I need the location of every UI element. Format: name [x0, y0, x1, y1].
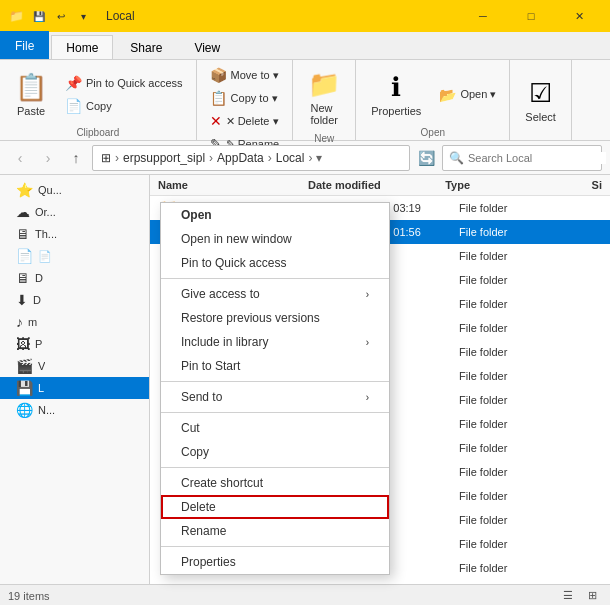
tab-home[interactable]: Home — [51, 35, 113, 59]
ctx-delete[interactable]: Delete — [161, 495, 389, 519]
ribbon-group-organize: 📦 Move to ▾ 📋 Copy to ▾ ✕ ✕ Delete ▾ ✎ ✎… — [197, 60, 294, 140]
sidebar-item-onedrive[interactable]: ☁ Or... — [0, 201, 149, 223]
open-ribbon-button[interactable]: 📂 Open ▾ — [432, 84, 503, 106]
forward-button[interactable]: › — [36, 146, 60, 170]
ctx-open[interactable]: Open — [161, 203, 389, 227]
select-label: Select — [525, 111, 556, 123]
sidebar-label-music: m — [28, 316, 37, 328]
ctx-pin-quick[interactable]: Pin to Quick access — [161, 251, 389, 275]
sidebar-label-desktop: D — [35, 272, 43, 284]
path-sep-1: › — [115, 151, 119, 165]
file-type-gramma: File folder — [459, 322, 548, 334]
sidebar-item-videos[interactable]: 🎬 V — [0, 355, 149, 377]
details-view-button[interactable]: ⊞ — [582, 587, 602, 605]
path-root[interactable]: ⊞ — [101, 151, 111, 165]
new-folder-label: Newfolder — [310, 102, 338, 126]
ctx-cut[interactable]: Cut — [161, 416, 389, 440]
close-button[interactable]: ✕ — [556, 0, 602, 32]
sidebar-item-doc[interactable]: 📄 📄 — [0, 245, 149, 267]
path-erp[interactable]: erpsupport_sipl — [123, 151, 205, 165]
qa-save-btn[interactable]: 💾 — [30, 7, 48, 25]
tab-file[interactable]: File — [0, 31, 49, 59]
file-type-eqsoft: File folder — [459, 250, 548, 262]
open-body: ℹ Properties 📂 Open ▾ — [362, 64, 503, 125]
ctx-pin-start[interactable]: Pin to Start — [161, 354, 389, 378]
pin-quick-access-button[interactable]: 📌 Pin to Quick access — [58, 72, 190, 94]
move-label: Move to ▾ — [231, 69, 279, 82]
ctx-properties[interactable]: Properties — [161, 550, 389, 574]
back-button[interactable]: ‹ — [8, 146, 32, 170]
file-type-mbam: File folder — [459, 394, 548, 406]
status-right: ☰ ⊞ — [558, 587, 602, 605]
path-dropdown[interactable]: ▾ — [316, 151, 322, 165]
col-header-name[interactable]: Name — [158, 179, 308, 191]
ctx-rename-label: Rename — [181, 524, 226, 538]
list-view-button[interactable]: ☰ — [558, 587, 578, 605]
copy-to-button[interactable]: 📋 Copy to ▾ — [203, 87, 287, 109]
ctx-rename[interactable]: Rename — [161, 519, 389, 543]
select-body: ☑ Select — [516, 64, 565, 136]
refresh-button[interactable]: 🔄 — [414, 146, 438, 170]
sidebar-item-downloads[interactable]: ⬇ D — [0, 289, 149, 311]
col-header-type[interactable]: Type — [445, 179, 543, 191]
ctx-send-to-arrow: › — [366, 392, 369, 403]
sidebar-item-thispc[interactable]: 🖥 Th... — [0, 223, 149, 245]
network-icon: 🌐 — [16, 402, 33, 418]
ctx-open-new-window[interactable]: Open in new window — [161, 227, 389, 251]
sidebar-label-quickaccess: Qu... — [38, 184, 62, 196]
sidebar-item-desktop[interactable]: 🖥 D — [0, 267, 149, 289]
address-path[interactable]: ⊞ › erpsupport_sipl › AppData › Local › … — [92, 145, 410, 171]
tab-share[interactable]: Share — [115, 35, 177, 59]
sidebar-item-music[interactable]: ♪ m — [0, 311, 149, 333]
ctx-create-shortcut[interactable]: Create shortcut — [161, 471, 389, 495]
ctx-give-access[interactable]: Give access to › — [161, 282, 389, 306]
clipboard-small-btns: 📌 Pin to Quick access 📄 Copy — [58, 72, 190, 117]
pictures-icon: 🖼 — [16, 336, 30, 352]
up-button[interactable]: ↑ — [64, 146, 88, 170]
path-local[interactable]: Local — [276, 151, 305, 165]
ribbon-group-new: 📁 Newfolder New — [293, 60, 356, 140]
ctx-shortcut-label: Create shortcut — [181, 476, 263, 490]
ctx-include-library[interactable]: Include in library › — [161, 330, 389, 354]
sidebar-item-quickaccess[interactable]: ⭐ Qu... — [0, 179, 149, 201]
select-button[interactable]: ☑ Select — [516, 73, 565, 128]
title-bar-controls: ─ □ ✕ — [460, 0, 602, 32]
file-type-mozilla: File folder — [459, 466, 548, 478]
search-input[interactable] — [468, 152, 606, 164]
copy-button[interactable]: 📄 Copy — [58, 95, 190, 117]
quickaccess-icon: ⭐ — [16, 182, 33, 198]
delete-ribbon-button[interactable]: ✕ ✕ Delete ▾ — [203, 110, 287, 132]
qa-dropdown-btn[interactable]: ▾ — [74, 7, 92, 25]
paste-button[interactable]: 📋 Paste — [6, 67, 56, 122]
minimize-button[interactable]: ─ — [460, 0, 506, 32]
ribbon-group-open: ℹ Properties 📂 Open ▾ Open — [356, 60, 510, 140]
move-to-button[interactable]: 📦 Move to ▾ — [203, 64, 287, 86]
qa-undo-btn[interactable]: ↩ — [52, 7, 70, 25]
properties-button[interactable]: ℹ Properties — [362, 67, 430, 122]
ctx-open-label: Open — [181, 208, 212, 222]
sidebar-item-local[interactable]: 💾 L — [0, 377, 149, 399]
ctx-include-arrow: › — [366, 337, 369, 348]
sidebar-item-network[interactable]: 🌐 N... — [0, 399, 149, 421]
ctx-restore-versions[interactable]: Restore previous versions — [161, 306, 389, 330]
maximize-button[interactable]: □ — [508, 0, 554, 32]
tab-view[interactable]: View — [179, 35, 235, 59]
new-folder-button[interactable]: 📁 Newfolder — [299, 64, 349, 131]
pin-icon: 📌 — [65, 75, 82, 91]
folder-icon: 📁 — [8, 8, 24, 24]
ctx-open-new-window-label: Open in new window — [181, 232, 292, 246]
quick-access-toolbar: 💾 ↩ ▾ — [30, 7, 92, 25]
ctx-sep-5 — [161, 546, 389, 547]
path-appdata[interactable]: AppData — [217, 151, 264, 165]
col-header-date[interactable]: Date modified — [308, 179, 445, 191]
clipboard-buttons: 📋 Paste 📌 Pin to Quick access 📄 Copy — [6, 64, 190, 125]
file-row-peerdist[interactable]: 📁 PeerDistr 02:46 File folder — [150, 580, 610, 584]
status-bar: 19 items ☰ ⊞ — [0, 584, 610, 605]
ctx-copy[interactable]: Copy — [161, 440, 389, 464]
ctx-send-to[interactable]: Send to › — [161, 385, 389, 409]
sidebar-item-pictures[interactable]: 🖼 P — [0, 333, 149, 355]
ctx-restore-label: Restore previous versions — [181, 311, 320, 325]
open-label: Open ▾ — [460, 88, 496, 101]
col-header-size[interactable]: Si — [543, 179, 602, 191]
new-folder-icon: 📁 — [308, 69, 340, 100]
